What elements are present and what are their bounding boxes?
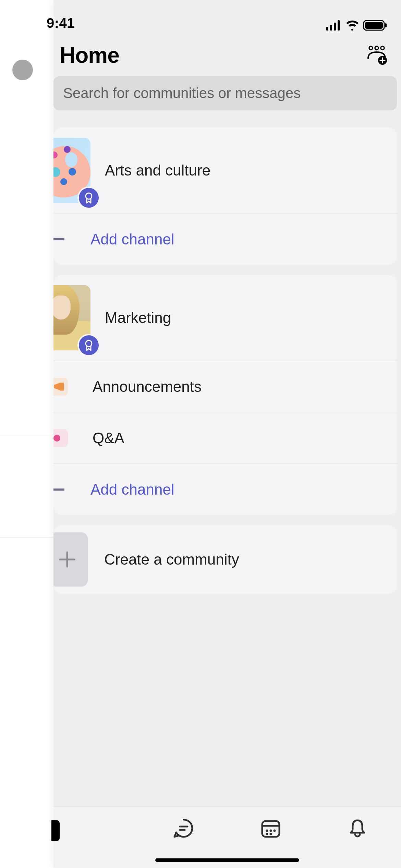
channel-name: Announcements [93, 378, 202, 395]
tab-calendar[interactable] [227, 817, 314, 840]
status-bar: 9:41 [53, 0, 401, 34]
create-community-label: Create a community [104, 551, 239, 568]
page-title: Home [60, 43, 119, 68]
cellular-icon [326, 20, 341, 31]
svg-point-9 [381, 46, 384, 50]
search-input[interactable]: Search for communities or messages [53, 76, 397, 110]
community-card-arts: Arts and culture Add channel [53, 128, 397, 265]
community-avatar-marketing [53, 285, 90, 350]
bell-icon [346, 817, 369, 840]
avatar-placeholder [12, 60, 33, 80]
divider [0, 537, 53, 538]
home-panel: 9:41 Home Search for communities or mess… [53, 0, 401, 868]
community-name: Marketing [105, 309, 171, 326]
svg-rect-6 [385, 23, 387, 27]
channel-name: Q&A [93, 430, 124, 447]
status-time: 9:41 [47, 15, 75, 31]
minus-icon [53, 489, 64, 491]
wifi-icon [345, 20, 359, 31]
community-avatar-arts [53, 138, 90, 203]
svg-rect-0 [326, 27, 328, 31]
calendar-icon [259, 817, 282, 840]
svg-rect-2 [334, 23, 336, 31]
svg-point-15 [269, 830, 272, 832]
tab-home-active-sliver[interactable] [51, 820, 60, 841]
svg-rect-3 [338, 20, 340, 31]
plus-tile [53, 532, 88, 587]
home-indicator[interactable] [155, 858, 299, 862]
svg-point-18 [269, 833, 272, 835]
svg-point-16 [273, 830, 276, 832]
divider [0, 435, 53, 435]
qa-icon [53, 429, 68, 447]
plus-icon [59, 551, 76, 568]
svg-rect-1 [330, 25, 332, 31]
add-channel-row-marketing[interactable]: Add channel [53, 463, 397, 515]
megaphone-icon [53, 378, 68, 396]
header: Home [53, 34, 401, 76]
community-row-arts[interactable]: Arts and culture [53, 128, 397, 213]
battery-icon [363, 20, 387, 31]
channel-row-qa[interactable]: Q&A [53, 412, 397, 463]
community-name: Arts and culture [105, 162, 210, 179]
community-card-marketing: Marketing Announcements Q&A Add channel [53, 275, 397, 515]
status-icons [326, 20, 387, 31]
create-community-card: Create a community [53, 525, 397, 594]
svg-point-14 [266, 830, 268, 832]
minus-icon [53, 238, 64, 240]
add-channel-label: Add channel [90, 481, 174, 498]
tab-chat[interactable] [141, 817, 228, 840]
owner-badge-icon [79, 188, 99, 208]
svg-point-7 [369, 46, 373, 50]
chat-icon [172, 817, 195, 840]
people-plus-icon [366, 45, 387, 66]
create-community-icon-button[interactable] [366, 45, 387, 66]
community-row-marketing[interactable]: Marketing [53, 275, 397, 361]
add-channel-row-arts[interactable]: Add channel [53, 213, 397, 265]
previous-screen-sliver [0, 0, 53, 868]
tab-activity[interactable] [314, 817, 401, 840]
channel-row-announcements[interactable]: Announcements [53, 361, 397, 412]
owner-badge-icon [79, 335, 99, 355]
svg-rect-5 [365, 22, 383, 29]
search-placeholder: Search for communities or messages [63, 85, 301, 101]
add-channel-label: Add channel [90, 231, 174, 248]
svg-point-11 [86, 193, 92, 199]
create-community-row[interactable]: Create a community [53, 525, 397, 594]
svg-point-8 [375, 46, 378, 50]
svg-point-12 [86, 340, 92, 347]
svg-point-17 [266, 833, 268, 835]
